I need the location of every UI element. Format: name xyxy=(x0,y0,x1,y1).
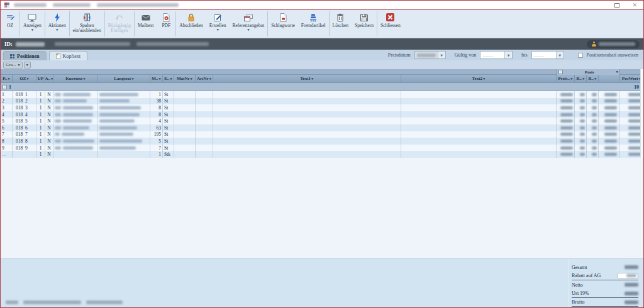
cell-text1[interactable] xyxy=(213,138,401,145)
cell-artnr[interactable] xyxy=(196,131,213,138)
cell-lang[interactable] xyxy=(98,104,150,111)
cell-oz[interactable]: 018 9 xyxy=(13,145,36,151)
cell-matnr[interactable] xyxy=(174,138,196,145)
cell-kurz[interactable] xyxy=(53,131,98,138)
cell-artnr[interactable] xyxy=(196,111,213,118)
column-header-text2[interactable]: Text2▼ xyxy=(401,75,557,82)
cell-a[interactable]: N xyxy=(45,145,53,151)
cell-r1[interactable] xyxy=(575,104,587,111)
cell-a[interactable]: N xyxy=(45,151,53,158)
cell-preis[interactable] xyxy=(557,131,575,138)
column-header-preis[interactable]: Preis..▼ xyxy=(557,75,575,82)
cell-x[interactable] xyxy=(599,124,620,131)
cell-oz[interactable]: 018 7 xyxy=(13,131,36,138)
grid-insert-row[interactable]: …1N1Stk xyxy=(1,151,643,158)
cell-preis[interactable] xyxy=(557,111,575,118)
cell-p[interactable]: 3 xyxy=(1,104,13,111)
filter-icon[interactable]: ▼ xyxy=(51,77,53,80)
cell-matnr[interactable] xyxy=(174,111,196,118)
cell-m[interactable]: 5 xyxy=(150,138,163,145)
cell-p[interactable]: 1 xyxy=(1,91,13,98)
cell-oz[interactable]: 018 5 xyxy=(13,118,36,124)
group-row[interactable]: − 1 10 xyxy=(1,83,643,91)
filter-icon[interactable]: ▼ xyxy=(209,77,211,80)
filter-icon[interactable]: ▼ xyxy=(131,77,133,80)
table-row[interactable]: 6018 61N63St xyxy=(1,124,643,131)
cell-text1[interactable] xyxy=(213,124,401,131)
cell-oz[interactable]: 018 2 xyxy=(13,98,36,105)
cell-matnr[interactable] xyxy=(174,145,196,151)
cell-x[interactable] xyxy=(599,91,620,98)
vertical-scrollbar[interactable] xyxy=(640,69,643,158)
column-header-matnr[interactable]: MatNr▼ xyxy=(174,75,196,82)
cell-x[interactable] xyxy=(599,138,620,145)
abschließen-button[interactable]: Abschließen xyxy=(176,10,206,38)
cell-matnr[interactable] xyxy=(174,98,196,105)
cell-r1[interactable] xyxy=(575,131,587,138)
preisdatum-combo[interactable]: ▼ xyxy=(414,51,446,59)
cell-e[interactable]: St xyxy=(163,111,174,118)
cell-r2[interactable] xyxy=(587,124,599,131)
cell-r1[interactable] xyxy=(575,124,587,131)
preis-band-header[interactable]: − Preis ▼ xyxy=(557,69,620,75)
cell-up[interactable]: 1 xyxy=(36,124,45,131)
cell-text1[interactable] xyxy=(213,151,401,158)
cell-oz[interactable]: 018 1 xyxy=(13,91,36,98)
cell-p[interactable]: 8 xyxy=(1,138,13,145)
cell-text2[interactable] xyxy=(401,104,557,111)
cell-x[interactable] xyxy=(599,151,620,158)
cell-a[interactable]: N xyxy=(45,124,53,131)
cell-p[interactable]: 2 xyxy=(1,98,13,105)
cell-oz[interactable]: 018 6 xyxy=(13,124,36,131)
cell-preis[interactable] xyxy=(557,151,575,158)
cell-lang[interactable] xyxy=(98,118,150,124)
table-row[interactable]: 2018 21N38St xyxy=(1,98,643,105)
fremdartikel-button[interactable]: Fremdartikel xyxy=(298,10,329,38)
cell-p[interactable]: 7 xyxy=(1,131,13,138)
cell-up[interactable]: 1 xyxy=(36,151,45,158)
cell-lang[interactable] xyxy=(98,91,150,98)
cell-r2[interactable] xyxy=(587,118,599,124)
filter-icon[interactable]: ▼ xyxy=(158,77,160,80)
löschen-button[interactable]: Löschen xyxy=(330,10,352,38)
window-close-button[interactable]: ✕ xyxy=(632,3,637,8)
filter-icon[interactable]: ▼ xyxy=(26,77,28,80)
cell-m[interactable]: 63 xyxy=(150,124,163,131)
cell-up[interactable]: 1 xyxy=(36,98,45,105)
cell-text1[interactable] xyxy=(213,111,401,118)
cell-e[interactable]: St xyxy=(163,98,174,105)
cell-r2[interactable] xyxy=(587,138,599,145)
cell-artnr[interactable] xyxy=(196,91,213,98)
table-row[interactable]: 5018 51N4St xyxy=(1,118,643,124)
cell-kurz[interactable] xyxy=(53,104,98,111)
cell-text2[interactable] xyxy=(401,131,557,138)
cell-a[interactable]: N xyxy=(45,118,53,124)
aktionen-button[interactable]: Aktionen▼ xyxy=(45,10,69,38)
cell-oz[interactable]: 018 8 xyxy=(13,138,36,145)
cell-artnr[interactable] xyxy=(196,124,213,131)
column-header-kurz[interactable]: Kurztext▼ xyxy=(53,75,98,82)
column-header-artnr[interactable]: ArtNr▼ xyxy=(196,75,213,82)
rabatt-input[interactable] xyxy=(617,273,638,279)
collapse-group-icon[interactable]: − xyxy=(3,85,7,89)
cell-text2[interactable] xyxy=(401,145,557,151)
cell-text1[interactable] xyxy=(213,145,401,151)
pdf-button[interactable]: PDF xyxy=(157,10,175,38)
cell-artnr[interactable] xyxy=(196,138,213,145)
cell-x[interactable] xyxy=(599,111,620,118)
cell-text2[interactable] xyxy=(401,98,557,105)
cell-lang[interactable] xyxy=(98,111,150,118)
filter-icon[interactable]: ▼ xyxy=(582,77,584,80)
cell-e[interactable]: St xyxy=(163,145,174,151)
column-header-oz[interactable]: OZ▼ xyxy=(13,75,36,82)
cell-a[interactable]: N xyxy=(45,138,53,145)
cell-r1[interactable] xyxy=(575,98,587,105)
cell-e[interactable]: St xyxy=(163,124,174,131)
column-header-m[interactable]: M..▼ xyxy=(150,75,163,82)
group-by-chip[interactable]: Gru... ▼ xyxy=(3,62,23,69)
cell-m[interactable]: 38 xyxy=(150,98,163,105)
cell-text2[interactable] xyxy=(401,138,557,145)
column-header-e[interactable]: E..▼ xyxy=(163,75,174,82)
cell-e[interactable]: Stk xyxy=(163,151,174,158)
cell-m[interactable]: 1 xyxy=(150,91,163,98)
